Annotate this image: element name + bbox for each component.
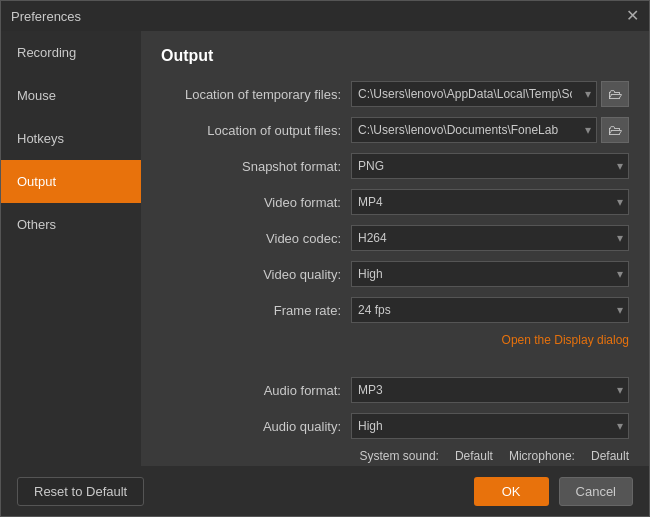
video-quality-row: Video quality: High	[161, 261, 629, 287]
audio-format-row: Audio format: MP3	[161, 377, 629, 403]
display-dialog-link-row: Open the Display dialog	[161, 333, 629, 357]
video-format-row: Video format: MP4	[161, 189, 629, 215]
video-quality-select-wrapper[interactable]: High	[351, 261, 629, 287]
frame-rate-select-wrapper[interactable]: 24 fps	[351, 297, 629, 323]
output-location-row: Location of output files: C:\Users\lenov…	[161, 117, 629, 143]
temp-location-select-wrapper[interactable]: C:\Users\lenovo\AppData\Local\Temp\Scree…	[351, 81, 597, 107]
close-button[interactable]: ✕	[626, 8, 639, 24]
sidebar-item-mouse[interactable]: Mouse	[1, 74, 141, 117]
video-codec-select[interactable]: H264	[351, 225, 629, 251]
video-format-select-wrapper[interactable]: MP4	[351, 189, 629, 215]
footer-actions: OK Cancel	[474, 477, 633, 506]
main-content-area: Recording Mouse Hotkeys Output Others Ou…	[1, 31, 649, 466]
audio-quality-row: Audio quality: High	[161, 413, 629, 439]
video-codec-label: Video codec:	[161, 231, 351, 246]
dialog-title: Preferences	[11, 9, 81, 24]
frame-rate-row: Frame rate: 24 fps	[161, 297, 629, 323]
audio-info-row: System sound: Default Microphone: Defaul…	[161, 449, 629, 463]
output-section-title: Output	[161, 47, 629, 65]
video-codec-row: Video codec: H264	[161, 225, 629, 251]
title-bar: Preferences ✕	[1, 1, 649, 31]
output-location-select[interactable]: C:\Users\lenovo\Documents\FoneLab	[351, 117, 597, 143]
video-format-select[interactable]: MP4	[351, 189, 629, 215]
snapshot-format-label: Snapshot format:	[161, 159, 351, 174]
temp-location-row: Location of temporary files: C:\Users\le…	[161, 81, 629, 107]
audio-format-select[interactable]: MP3	[351, 377, 629, 403]
audio-quality-select[interactable]: High	[351, 413, 629, 439]
divider	[161, 367, 629, 377]
cancel-button[interactable]: Cancel	[559, 477, 633, 506]
audio-quality-label: Audio quality:	[161, 419, 351, 434]
video-quality-label: Video quality:	[161, 267, 351, 282]
reset-button[interactable]: Reset to Default	[17, 477, 144, 506]
sidebar: Recording Mouse Hotkeys Output Others	[1, 31, 141, 466]
footer: Reset to Default OK Cancel	[1, 466, 649, 516]
video-format-label: Video format:	[161, 195, 351, 210]
video-codec-select-wrapper[interactable]: H264	[351, 225, 629, 251]
snapshot-format-select[interactable]: PNG	[351, 153, 629, 179]
output-panel: Output Location of temporary files: C:\U…	[141, 31, 649, 466]
system-sound-value: Default	[455, 449, 493, 463]
frame-rate-select[interactable]: 24 fps	[351, 297, 629, 323]
audio-quality-select-wrapper[interactable]: High	[351, 413, 629, 439]
microphone-label: Microphone:	[509, 449, 575, 463]
audio-format-label: Audio format:	[161, 383, 351, 398]
sidebar-item-hotkeys[interactable]: Hotkeys	[1, 117, 141, 160]
audio-format-select-wrapper[interactable]: MP3	[351, 377, 629, 403]
microphone-value: Default	[591, 449, 629, 463]
temp-location-select[interactable]: C:\Users\lenovo\AppData\Local\Temp\Scree…	[351, 81, 597, 107]
display-dialog-link[interactable]: Open the Display dialog	[502, 333, 629, 347]
temp-location-folder-btn[interactable]: 🗁	[601, 81, 629, 107]
output-location-label: Location of output files:	[161, 123, 351, 138]
ok-button[interactable]: OK	[474, 477, 549, 506]
output-location-folder-btn[interactable]: 🗁	[601, 117, 629, 143]
sidebar-item-others[interactable]: Others	[1, 203, 141, 246]
video-quality-select[interactable]: High	[351, 261, 629, 287]
preferences-dialog: Preferences ✕ Recording Mouse Hotkeys Ou…	[0, 0, 650, 517]
temp-location-label: Location of temporary files:	[161, 87, 351, 102]
snapshot-format-row: Snapshot format: PNG	[161, 153, 629, 179]
sidebar-item-output[interactable]: Output	[1, 160, 141, 203]
output-location-select-wrapper[interactable]: C:\Users\lenovo\Documents\FoneLab	[351, 117, 597, 143]
sidebar-item-recording[interactable]: Recording	[1, 31, 141, 74]
system-sound-label: System sound:	[360, 449, 439, 463]
frame-rate-label: Frame rate:	[161, 303, 351, 318]
snapshot-format-select-wrapper[interactable]: PNG	[351, 153, 629, 179]
